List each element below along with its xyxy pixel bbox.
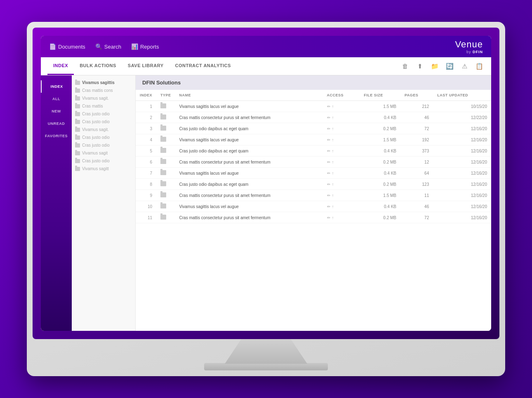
folder-icon-4 <box>75 112 80 116</box>
logo-area: Venue by DFIN <box>455 39 483 54</box>
table-row[interactable]: 2Cras mattis consectetur purus sit amet … <box>136 112 491 123</box>
table-row[interactable]: 10Vivamus sagittis lacus vel augue✏↑0.4 … <box>136 201 491 212</box>
table-row[interactable]: 1Vivamus sagittis lacus vel augue✏↑1.5 M… <box>136 101 491 112</box>
delete-icon[interactable]: 🗑 <box>400 61 410 72</box>
file-tree-item-7[interactable]: Cras justo odio <box>72 133 135 141</box>
table-row[interactable]: 3Cras justo odio dapibus ac eget quam✏↑0… <box>136 123 491 134</box>
sidebar-item-favorites[interactable]: FAVORITES <box>41 130 72 142</box>
file-icon <box>160 170 166 175</box>
table-row[interactable]: 11Cras mattis consectetur purus sit amet… <box>136 212 491 223</box>
folder-icon[interactable]: 📁 <box>429 61 440 72</box>
cell-name[interactable]: Cras justo odio dapibus ac eget quam <box>175 145 323 157</box>
col-pages: PAGES <box>400 90 433 101</box>
cell-type <box>156 112 175 123</box>
share-icon[interactable]: ↑ <box>332 204 334 209</box>
table-row[interactable]: 7Vivamus sagittis lacus vel augue✏↑0.4 K… <box>136 168 491 179</box>
file-tree-item-3[interactable]: Cras mattis <box>72 102 135 110</box>
cell-filesize: 1.5 MB <box>360 101 400 112</box>
file-tree-item-5[interactable]: Cras justo odio <box>72 118 135 126</box>
share-icon[interactable]: ↑ <box>332 115 334 120</box>
nav-documents[interactable]: 📄 Documents <box>49 43 85 50</box>
nav-search[interactable]: 🔍 Search <box>95 43 121 50</box>
file-tree-item-2[interactable]: Vivamus sagit. <box>72 94 135 102</box>
sidebar-item-new[interactable]: NEW <box>41 105 72 117</box>
share-icon[interactable]: ↑ <box>332 182 334 187</box>
folder-icon-9 <box>75 151 80 155</box>
cell-access: ✏↑ <box>323 190 360 201</box>
cell-name[interactable]: Cras mattis consectetur purus sit amet f… <box>175 112 323 123</box>
cell-pages: 72 <box>400 212 433 223</box>
cell-name[interactable]: Cras mattis consectetur purus sit amet f… <box>175 190 323 201</box>
cell-pages: 373 <box>400 145 433 157</box>
cell-access: ✏↑ <box>323 179 360 190</box>
share-icon[interactable]: ↑ <box>332 171 334 176</box>
sidebar-item-index[interactable]: INDEX <box>41 80 72 93</box>
cell-index: 5 <box>136 145 156 157</box>
cell-name[interactable]: Cras justo odio dapibus ac eget quam <box>175 123 323 134</box>
share-icon[interactable]: ↑ <box>332 126 334 131</box>
folder-icon-1 <box>75 89 80 93</box>
file-tree-item-8[interactable]: Cras justo odio <box>72 141 135 149</box>
edit-icon[interactable]: ✏ <box>327 171 330 176</box>
cell-name[interactable]: Vivamus sagittis lacus vel augue <box>175 201 323 212</box>
cell-name[interactable]: Cras mattis consectetur purus sit amet f… <box>175 157 323 168</box>
document-icon[interactable]: 📋 <box>474 61 485 72</box>
cell-type <box>156 123 175 134</box>
file-tree-item-6[interactable]: Vivamus sagit. <box>72 126 135 133</box>
cell-name[interactable]: Vivamus sagittis lacus vel augue <box>175 134 323 145</box>
share-icon[interactable]: ↑ <box>332 104 334 109</box>
monitor-base <box>204 363 328 370</box>
file-tree-item-4[interactable]: Cras justo odio <box>72 110 135 118</box>
edit-icon[interactable]: ✏ <box>327 204 330 209</box>
cell-filesize: 0.2 MB <box>360 123 400 134</box>
share-icon[interactable]: ↑ <box>332 138 334 142</box>
nav-reports[interactable]: 📊 Reports <box>131 43 159 50</box>
tab-bulk-actions[interactable]: BULK ACTIONS <box>74 57 122 75</box>
tab-save-library[interactable]: SAVE LIBRARY <box>122 57 169 75</box>
table-row[interactable]: 9Cras mattis consectetur purus sit amet … <box>136 190 491 201</box>
edit-icon[interactable]: ✏ <box>327 215 330 220</box>
file-tree-item-11[interactable]: Vivamus sagitt <box>72 165 135 173</box>
edit-icon[interactable]: ✏ <box>327 160 330 164</box>
cell-type <box>156 145 175 157</box>
folder-icon-11 <box>75 167 80 171</box>
sidebar-item-all[interactable]: ALL <box>41 93 72 105</box>
edit-icon[interactable]: ✏ <box>327 104 330 109</box>
cell-name[interactable]: Vivamus sagittis lacus vel augue <box>175 101 323 112</box>
edit-icon[interactable]: ✏ <box>327 138 330 142</box>
doc-table: INDEX TYPE NAME ACCESS FILE SIZE PAGES L… <box>136 90 491 223</box>
table-row[interactable]: 6Cras mattis consectetur purus sit amet … <box>136 157 491 168</box>
cell-index: 8 <box>136 179 156 190</box>
file-tree-item-0[interactable]: Vivamus sagittis <box>72 79 135 87</box>
edit-icon[interactable]: ✏ <box>327 182 330 187</box>
tab-contract-analytics[interactable]: CONTRACT ANALYTICS <box>169 57 237 75</box>
edit-icon[interactable]: ✏ <box>327 149 330 153</box>
table-row[interactable]: 4Vivamus sagittis lacus vel augue✏↑1.5 M… <box>136 134 491 145</box>
edit-icon[interactable]: ✏ <box>327 193 330 198</box>
share-icon[interactable]: ↑ <box>332 215 334 220</box>
alert-icon[interactable]: ⚠ <box>459 61 470 72</box>
cell-name[interactable]: Cras mattis consectetur purus sit amet f… <box>175 212 323 223</box>
table-row[interactable]: 5Cras justo odio dapibus ac eget quam✏↑0… <box>136 145 491 157</box>
file-tree-item-1[interactable]: Cras mattis cons <box>72 87 135 94</box>
table-row[interactable]: 8Cras justo odio dapibus ac eget quam✏↑0… <box>136 179 491 190</box>
monitor-stand <box>225 339 307 364</box>
share-icon[interactable]: ↑ <box>332 149 334 153</box>
edit-icon[interactable]: ✏ <box>327 126 330 131</box>
cell-lastupdated: 12/16/20 <box>433 168 491 179</box>
reports-icon: 📊 <box>131 43 138 50</box>
cell-name[interactable]: Cras justo odio dapibus ac eget quam <box>175 179 323 190</box>
cell-access: ✏↑ <box>323 123 360 134</box>
edit-icon[interactable]: ✏ <box>327 115 330 120</box>
tab-index[interactable]: INDEX <box>47 57 74 75</box>
sidebar-item-unread[interactable]: UNREAD <box>41 117 72 130</box>
refresh-icon[interactable]: 🔄 <box>444 61 455 72</box>
file-tree-item-10[interactable]: Cras justo odio <box>72 157 135 165</box>
share-icon[interactable]: ↑ <box>332 160 334 164</box>
cell-type <box>156 134 175 145</box>
file-tree-item-9[interactable]: Vivamus sagit <box>72 149 135 157</box>
share-icon[interactable]: ↑ <box>332 193 334 198</box>
cell-name[interactable]: Vivamus sagittis lacus vel augue <box>175 168 323 179</box>
cell-type <box>156 201 175 212</box>
upload-icon[interactable]: ⬆ <box>414 61 425 72</box>
